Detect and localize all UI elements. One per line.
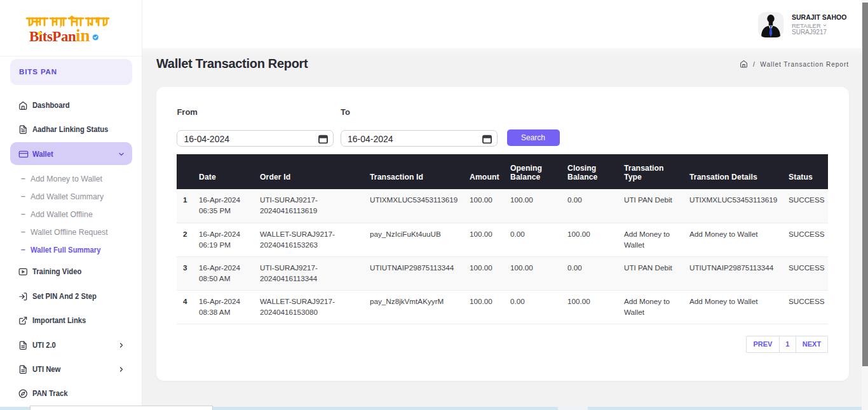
svg-text:BitsPan: BitsPan bbox=[29, 29, 76, 44]
svg-text:in: in bbox=[76, 26, 90, 45]
